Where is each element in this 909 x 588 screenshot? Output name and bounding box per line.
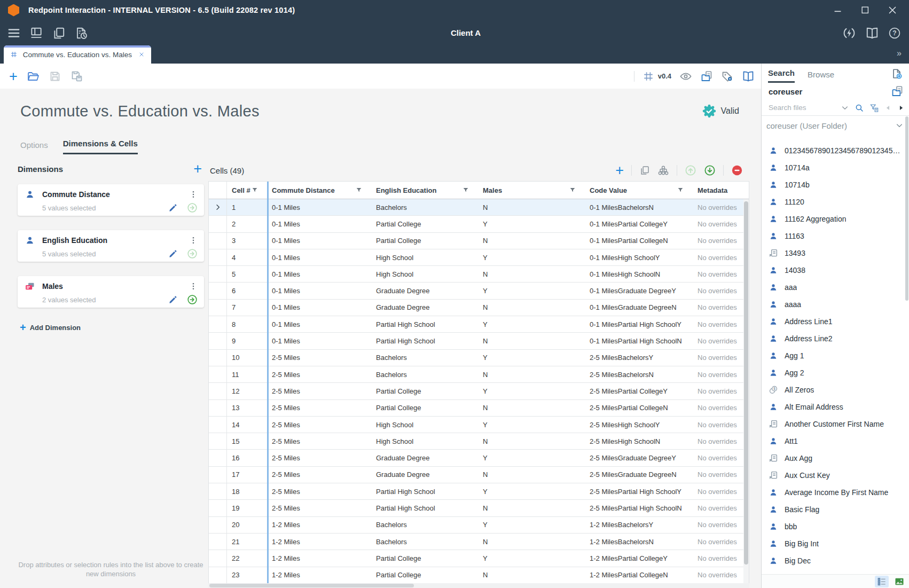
minimize-button[interactable] [832,4,844,16]
kebab-menu-icon[interactable] [189,190,198,199]
table-row[interactable]: 5 0-1 Miles High School N 0-1 MilesHigh … [209,266,743,283]
table-row[interactable]: 12 2-5 Miles Partial College Y 2-5 Miles… [209,383,743,399]
previous-icon[interactable] [884,104,892,112]
filter-icon[interactable] [677,186,684,194]
file-list-item[interactable]: Agg 1 [762,347,905,364]
menu-icon[interactable] [7,26,21,40]
filter-icon[interactable] [355,186,363,194]
file-list-item[interactable]: Aux Agg [762,450,905,467]
move-down-icon[interactable] [704,164,716,176]
table-row[interactable]: 16 2-5 Miles Graduate Degree Y 2-5 Miles… [209,450,743,466]
filter-icon[interactable] [251,186,258,194]
copy-document-icon[interactable] [52,26,66,40]
thumbnail-view-button[interactable] [892,576,906,587]
table-row[interactable]: 22 1-2 Miles Partial College Y 1-2 Miles… [209,550,743,567]
file-list-item[interactable]: 10714a [762,159,905,176]
chevron-down-icon[interactable] [841,104,849,112]
file-list-item[interactable]: 13493 [762,245,905,262]
sidebar-tab-search[interactable]: Search [768,68,795,83]
file-list-item[interactable]: 10714b [762,176,905,193]
file-list-item[interactable]: Aux Cust Key [762,467,905,484]
file-list-item[interactable]: 11162 Aggregation [762,210,905,228]
table-row[interactable]: 2 0-1 Miles Partial College Y 0-1 MilesP… [209,216,743,232]
column-header-commute-distance[interactable]: Commute Distance [267,186,371,194]
file-list-item[interactable]: aaaa [762,296,905,313]
table-row[interactable]: 20 1-2 Miles Bachelors Y 1-2 MilesBachel… [209,517,743,534]
column-header-males[interactable]: Males [478,186,585,194]
table-row[interactable]: 10 2-5 Miles Bachelors Y 2-5 MilesBachel… [209,350,743,366]
tab-options[interactable]: Options [20,140,48,154]
file-list-item[interactable] [762,569,905,574]
table-row[interactable]: 17 2-5 Miles Graduate Degree N 2-5 Miles… [209,467,743,483]
column-header-cell-number[interactable]: Cell # [227,186,267,194]
folder-document-icon[interactable] [700,70,713,83]
close-window-button[interactable] [887,4,898,16]
add-dimension-button[interactable]: + Add Dimension [20,323,204,332]
apply-arrow-icon[interactable] [187,294,198,305]
table-row[interactable]: 19 2-5 Miles Partial High School N 2-5 M… [209,500,743,516]
list-view-button[interactable] [875,576,889,587]
row-expander-icon[interactable] [214,203,222,211]
file-list-item[interactable]: Alt Email Address [762,398,905,415]
table-row[interactable]: 4 0-1 Miles High School Y 0-1 MilesHigh … [209,249,743,266]
next-icon[interactable] [897,104,905,112]
file-list-item[interactable]: aaa [762,279,905,296]
sidebar-scrollbar[interactable] [905,116,908,301]
dimension-card[interactable]: Commute Distance 5 values selected [18,184,204,216]
add-dimension-plus-icon[interactable]: + [193,162,202,175]
scrollbar-thumb[interactable] [209,584,414,587]
file-list-item[interactable]: bbb [762,518,905,535]
table-row[interactable]: 23 1-2 Miles Partial College N 1-2 Miles… [209,567,743,583]
table-row[interactable]: 15 2-5 Miles High School N 2-5 MilesHigh… [209,433,743,450]
move-up-icon[interactable] [685,164,696,176]
filter-files-icon[interactable] [869,103,879,113]
file-list-item[interactable]: 14038 [762,262,905,279]
table-row[interactable]: 11 2-5 Miles Bachelors N 2-5 MilesBachel… [209,366,743,383]
edit-pencil-icon[interactable] [168,295,178,304]
maximize-button[interactable] [860,5,871,15]
file-list-item[interactable]: Address Line1 [762,313,905,330]
tab-dimensions-cells[interactable]: Dimensions & Cells [63,139,138,154]
table-horizontal-scrollbar[interactable] [208,583,749,588]
column-header-code-value[interactable]: Code Value [585,186,693,194]
open-folder-document-icon[interactable] [891,85,904,98]
delete-cell-icon[interactable] [731,164,743,176]
sidebar-tab-browse[interactable]: Browse [808,70,834,83]
file-history-icon[interactable] [74,26,88,40]
apply-arrow-icon[interactable] [187,248,198,259]
folder-group-header[interactable]: coreuser (User Folder) [762,116,909,135]
file-list-item[interactable]: Att1 [762,433,905,450]
table-row[interactable]: 1 0-1 Miles Bachelors N 0-1 MilesBachelo… [209,199,743,216]
collapse-chevron-icon[interactable] [895,121,904,130]
column-header-metadata[interactable]: Metadata [693,186,749,194]
kebab-menu-icon[interactable] [189,236,198,245]
new-file-icon[interactable] [891,68,903,80]
table-row[interactable]: 9 0-1 Miles Partial High School N 0-1 Mi… [209,333,743,349]
preview-eye-icon[interactable] [679,70,692,83]
scrollbar-thumb[interactable] [744,201,748,565]
search-input[interactable] [762,104,841,112]
file-list-item[interactable]: 11163 [762,228,905,245]
table-row[interactable]: 8 0-1 Miles Partial High School Y 0-1 Mi… [209,316,743,333]
edit-pencil-icon[interactable] [168,203,178,213]
document-tab[interactable]: Commute vs. Education vs. Males [4,45,151,64]
search-icon[interactable] [855,103,864,113]
kebab-menu-icon[interactable] [189,282,198,291]
file-list-item[interactable]: Address Line2 [762,330,905,347]
table-row[interactable]: 6 0-1 Miles Graduate Degree Y 0-1 MilesG… [209,283,743,299]
file-list-item[interactable]: Another Customer First Name [762,415,905,433]
dimension-card[interactable]: English Education 5 values selected [18,230,204,262]
dictionary-book-icon[interactable] [742,70,755,83]
tab-overflow-icon[interactable]: » [897,49,902,58]
tag-icon[interactable] [721,70,734,83]
table-row[interactable]: 7 0-1 Miles Graduate Degree N 0-1 MilesG… [209,300,743,316]
file-list-item[interactable]: Average Income By First Name [762,484,905,501]
connection-icon[interactable] [842,26,856,40]
table-row[interactable]: 3 0-1 Miles Partial College N 0-1 MilesP… [209,233,743,249]
workspace-icon[interactable] [29,26,43,40]
apply-arrow-icon[interactable] [187,202,198,213]
file-list-item[interactable]: Agg 2 [762,364,905,381]
filter-icon[interactable] [462,186,469,194]
save-icon[interactable] [49,70,61,83]
save-as-icon[interactable] [70,70,83,83]
